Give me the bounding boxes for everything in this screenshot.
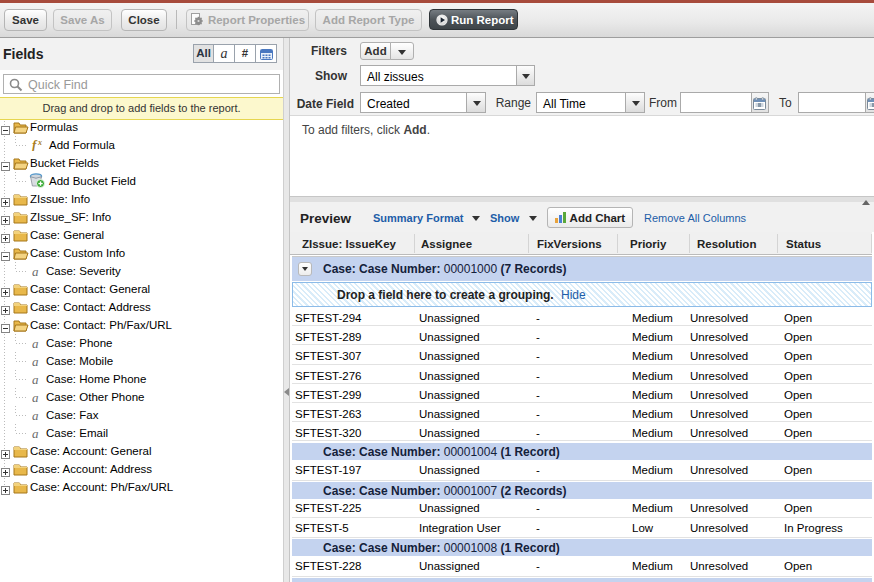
svg-text:a: a [32, 410, 39, 422]
svg-text:a: a [32, 356, 39, 368]
svg-text:a: a [32, 392, 39, 404]
svg-text:a: a [32, 374, 39, 386]
svg-text:a: a [32, 428, 39, 440]
svg-text:a: a [32, 266, 39, 278]
svg-text:x: x [37, 138, 42, 147]
svg-text:a: a [32, 338, 39, 350]
